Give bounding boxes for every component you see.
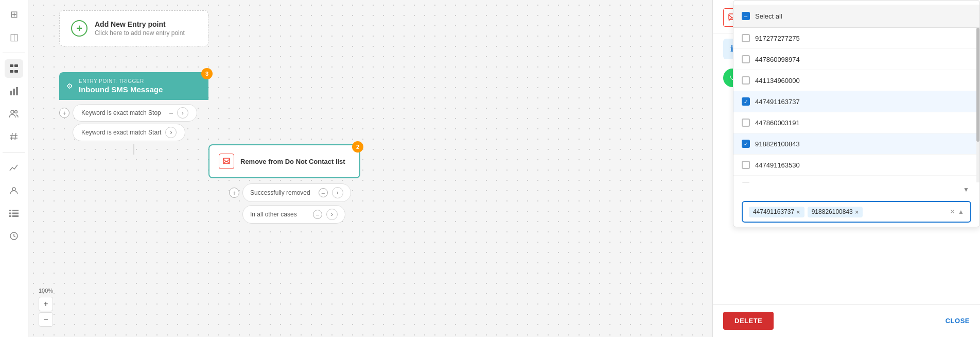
phone-checkbox-6[interactable]: ✓ — [742, 140, 750, 148]
keyword-pill-1[interactable]: Keyword is exact match Stop – › — [73, 104, 197, 122]
users-icon[interactable] — [5, 105, 23, 123]
phone-number-4: 447491163737 — [755, 98, 800, 106]
phone-checkbox-5[interactable] — [742, 119, 750, 127]
keyword-row-2: Keyword is exact match Start › — [59, 124, 208, 141]
tag-1: 447491163737 × — [749, 207, 804, 217]
dnc-badge: 2 — [352, 141, 363, 153]
phone-number-3: 441134960000 — [755, 77, 800, 85]
svg-rect-5 — [13, 89, 15, 95]
close-button[interactable]: CLOSE — [946, 317, 970, 325]
svg-line-9 — [11, 133, 12, 140]
tag-search-input[interactable] — [866, 208, 947, 216]
scrollbar-thumb[interactable] — [976, 28, 979, 142]
outcome-minus-1[interactable]: – — [319, 188, 328, 197]
outcome-row-1: + Successfully removed – › — [229, 183, 360, 202]
selected-tags-input[interactable]: 447491163737 × 918826100843 × × ▲ — [742, 201, 971, 223]
flow-icon[interactable] — [5, 59, 23, 78]
phone-item-4[interactable]: ✓ 447491163737 — [733, 91, 979, 112]
keyword-minus-1: – — [169, 109, 173, 117]
outcome-row-2: In all other cases – › — [229, 205, 360, 224]
dnc-title: Remove from Do Not Contact list — [240, 158, 345, 165]
phone-list[interactable]: 917277277275 447860098974 441134960000 ✓… — [733, 28, 979, 182]
phone-checkbox-8[interactable] — [742, 182, 750, 182]
collapse-dropdown-btn[interactable]: ▲ — [958, 208, 964, 215]
phone-checkbox-3[interactable] — [742, 76, 750, 85]
phone-item-7[interactable]: 447491163530 — [733, 155, 979, 176]
phone-number-7: 447491163530 — [755, 161, 800, 169]
history-icon[interactable] — [5, 227, 23, 245]
select-all-row[interactable]: – Select all — [733, 5, 979, 28]
entry-point-title: Add New Entry point — [95, 20, 185, 28]
outcome-pill-1[interactable]: Successfully removed – › — [242, 183, 351, 202]
phone-checkbox-7[interactable] — [742, 161, 750, 169]
sidebar-divider-2 — [3, 152, 25, 153]
tag-value-1: 447491163737 — [753, 208, 794, 215]
chart-bar-icon[interactable] — [5, 82, 23, 100]
grid-icon[interactable]: ⊞ — [5, 5, 23, 24]
svg-rect-15 — [12, 210, 19, 211]
keyword-add-btn[interactable]: + — [59, 108, 69, 118]
outcome-pill-2[interactable]: In all other cases – › — [242, 205, 345, 224]
select-all-checkbox[interactable]: – — [742, 12, 750, 20]
svg-rect-1 — [14, 64, 18, 67]
scrollbar-track[interactable] — [976, 28, 979, 182]
phone-item-1[interactable]: 917277277275 — [733, 28, 979, 49]
phone-number-2: 447860098974 — [755, 56, 800, 63]
dnc-block-wrapper: Remove from Do Not Contact list 2 + Succ… — [208, 144, 360, 224]
delete-button[interactable]: DELETE — [723, 312, 774, 330]
svg-rect-3 — [14, 70, 18, 73]
tag-remove-1[interactable]: × — [796, 208, 800, 216]
svg-rect-0 — [10, 64, 13, 67]
tag-2: 918826100843 × — [808, 207, 863, 217]
outcome-minus-2[interactable]: – — [313, 210, 322, 219]
keyword-arrow-1[interactable]: › — [177, 107, 188, 119]
zoom-in-btn[interactable]: + — [39, 297, 53, 311]
svg-rect-19 — [12, 215, 19, 217]
outcome-arrow-1[interactable]: › — [332, 187, 343, 198]
phone-item-2[interactable]: 447860098974 — [733, 49, 979, 70]
phone-item-3[interactable]: 441134960000 — [733, 70, 979, 91]
zoom-out-btn[interactable]: − — [39, 312, 53, 327]
canvas-area[interactable]: + Add New Entry point Click here to add … — [28, 0, 712, 337]
trigger-badge: 3 — [201, 68, 213, 79]
svg-point-8 — [15, 111, 18, 113]
panel-bottom: DELETE CLOSE — [713, 304, 980, 337]
svg-rect-4 — [10, 91, 12, 95]
svg-rect-6 — [16, 87, 18, 95]
hashtag-icon[interactable] — [5, 127, 23, 146]
outcome-add-btn[interactable]: + — [229, 188, 239, 198]
keyword-row-1: + Keyword is exact match Stop – › — [59, 104, 208, 122]
analytics-icon[interactable] — [5, 159, 23, 177]
outcome-text-2: In all other cases — [250, 211, 297, 218]
trigger-header[interactable]: ⚙ ENTRY POINT: TRIGGER Inbound SMS Messa… — [59, 72, 208, 100]
phone-checkbox-4[interactable]: ✓ — [742, 97, 750, 106]
sidebar-divider — [3, 53, 25, 53]
svg-rect-17 — [12, 213, 19, 214]
add-entry-point-card[interactable]: + Add New Entry point Click here to add … — [59, 10, 208, 46]
phone-checkbox-1[interactable] — [742, 34, 750, 42]
connections-svg — [28, 0, 712, 337]
clear-all-btn[interactable]: × — [950, 207, 955, 216]
svg-rect-2 — [10, 70, 13, 73]
phone-item-5[interactable]: 447860003191 — [733, 112, 979, 133]
phone-item-8[interactable]: 385992691430 — [733, 176, 979, 182]
trigger-label: ENTRY POINT: TRIGGER — [79, 78, 200, 84]
layers-icon[interactable]: ◫ — [5, 28, 23, 46]
list-icon[interactable] — [5, 204, 23, 223]
svg-rect-16 — [9, 213, 11, 214]
dnc-block[interactable]: Remove from Do Not Contact list 2 — [208, 144, 360, 178]
outcome-arrow-2[interactable]: › — [326, 209, 338, 220]
outcome-text-1: Successfully removed — [250, 189, 310, 196]
contacts-icon[interactable] — [5, 181, 23, 200]
tag-remove-2[interactable]: × — [855, 208, 859, 216]
keyword-pill-2[interactable]: Keyword is exact match Start › — [73, 124, 185, 141]
svg-rect-18 — [9, 215, 11, 217]
phone-item-6[interactable]: ✓ 918826100843 — [733, 133, 979, 155]
scroll-down-area[interactable]: ▼ — [733, 182, 979, 197]
dnc-icon — [219, 154, 234, 169]
phone-checkbox-2[interactable] — [742, 55, 750, 63]
scroll-down-icon[interactable]: ▼ — [961, 184, 971, 195]
trigger-title: Inbound SMS Message — [79, 85, 200, 94]
phone-number-1: 917277277275 — [755, 35, 800, 42]
keyword-arrow-2[interactable]: › — [165, 127, 177, 138]
